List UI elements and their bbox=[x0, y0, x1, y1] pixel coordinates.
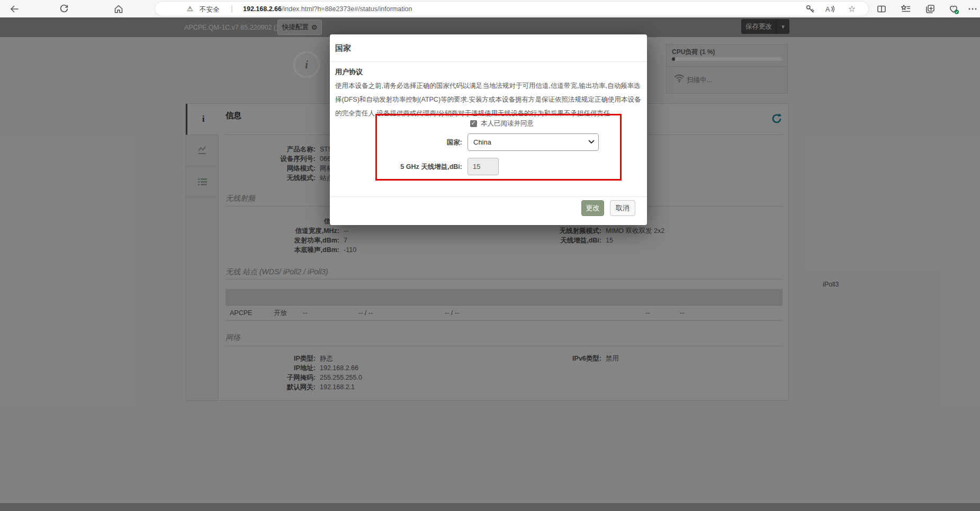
ellipsis-icon bbox=[967, 4, 978, 14]
change-button[interactable]: 更改 bbox=[581, 200, 604, 216]
refresh-button[interactable] bbox=[57, 2, 71, 16]
split-screen-button[interactable] bbox=[875, 2, 888, 16]
back-arrow-icon bbox=[9, 4, 20, 14]
dialog-footer: 更改 取消 bbox=[330, 196, 647, 225]
favorite-button[interactable]: ☆ bbox=[845, 2, 859, 16]
url-path: /index.html?h=88e2373e#/status/informati… bbox=[282, 5, 412, 13]
collections-icon bbox=[925, 4, 936, 14]
country-select[interactable]: China bbox=[467, 133, 599, 151]
agree-checkbox-label: 本人已阅读并同意 bbox=[481, 119, 534, 128]
country-label: 国家: bbox=[377, 138, 462, 147]
not-secure-label: 不安全 bbox=[200, 5, 220, 14]
password-manager-button[interactable] bbox=[803, 2, 817, 16]
browser-refresh-icon bbox=[59, 4, 69, 14]
antenna-gain-label: 5 GHz 天线增益,dBi: bbox=[377, 163, 462, 172]
cancel-button[interactable]: 取消 bbox=[610, 200, 635, 216]
agreement-heading: 用户协议 bbox=[335, 67, 363, 77]
collections-button[interactable] bbox=[923, 2, 937, 16]
not-secure-warning-icon: ⚠ bbox=[187, 5, 193, 13]
home-icon bbox=[113, 4, 124, 14]
highlight-red-box: 本人已阅读并同意 国家: China 5 GHz 天线增益,dBi: bbox=[375, 114, 622, 181]
url-host: 192.168.2.66 bbox=[243, 5, 282, 13]
antenna-gain-input[interactable] bbox=[467, 158, 499, 175]
home-button[interactable] bbox=[112, 2, 125, 16]
read-aloud-icon: A bbox=[824, 4, 835, 14]
dialog-title: 国家 bbox=[335, 43, 351, 53]
star-icon: ☆ bbox=[848, 5, 856, 13]
read-aloud-button[interactable]: A bbox=[823, 2, 837, 16]
address-bar[interactable]: ⚠ 不安全 | 192.168.2.66/index.html?h=88e237… bbox=[155, 2, 868, 16]
split-screen-icon bbox=[876, 4, 887, 14]
dialog-header: 国家 bbox=[330, 34, 647, 62]
agree-checkbox[interactable] bbox=[470, 120, 477, 127]
agree-row: 本人已阅读并同意 bbox=[470, 119, 534, 128]
browser-toolbar: ⚠ 不安全 | 192.168.2.66/index.html?h=88e237… bbox=[0, 0, 980, 17]
browser-menu-button[interactable] bbox=[966, 2, 979, 16]
svg-text:A: A bbox=[825, 5, 830, 13]
url-text[interactable]: 192.168.2.66/index.html?h=88e2373e#/stat… bbox=[243, 5, 412, 13]
browser-essentials-button[interactable] bbox=[947, 2, 960, 16]
favorites-list-icon bbox=[901, 4, 911, 14]
country-dialog: 国家 用户协议 使用本设备之前,请务必选择正确的国家代码以满足当地法规对于可用信… bbox=[330, 34, 647, 225]
heart-pulse-icon bbox=[948, 4, 959, 14]
favorites-bar-button[interactable] bbox=[899, 2, 913, 16]
back-button[interactable] bbox=[7, 2, 21, 16]
key-icon bbox=[805, 4, 815, 14]
address-separator: | bbox=[231, 4, 233, 13]
